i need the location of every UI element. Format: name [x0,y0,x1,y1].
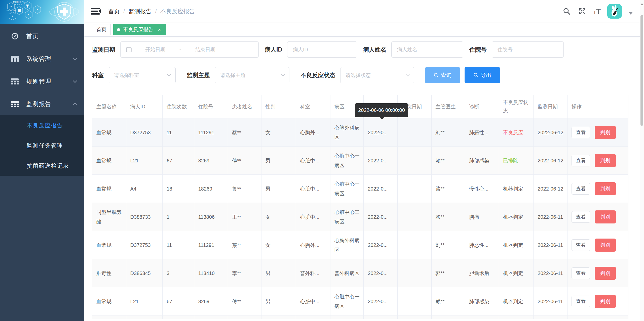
reaction-status-select[interactable]: 请选择状态 [340,67,414,83]
patient-name-group: 病人姓名 [363,41,463,58]
date-range-separator: - [179,47,181,53]
cell-in-date[interactable]: 2022-0... [364,231,398,259]
cell-in-date[interactable]: 2022-0... [364,259,398,287]
cell-doctor: 刘** [431,231,465,259]
topic-select[interactable]: 请选择主题 [215,67,289,83]
table-row: 肝毒性 D386345 3 113410 李** 男 普外科... 普外科病区 … [92,259,628,287]
view-button[interactable]: 查看 [572,155,590,166]
cell-adm: 3269 [194,287,228,315]
view-button[interactable]: 查看 [572,267,590,279]
sidebar-item-monitor-reports[interactable]: 监测报告 [0,93,84,115]
active-dot-icon [117,28,120,31]
judge-button[interactable]: 判别 [595,126,616,139]
view-button[interactable]: 查看 [572,127,590,138]
scrollbar-thumb[interactable] [640,15,643,126]
cell-in-date[interactable]: 2022-0... [364,147,398,175]
judge-button[interactable]: 判别 [595,154,616,167]
judge-button[interactable]: 判别 [595,182,616,195]
export-button[interactable]: 导出 [465,67,500,83]
cell-in-date[interactable]: 2022-0... [364,175,398,203]
cell-name: 傅** [228,287,261,315]
cell-out-date [398,231,432,259]
end-date-input[interactable] [182,47,229,53]
search-icon [434,73,439,78]
search-button[interactable]: 查询 [425,67,460,83]
close-icon[interactable]: × [156,27,162,33]
cell-ward: 心脏中心一病区 [330,147,364,175]
tab-home[interactable]: 首页 [92,24,111,35]
cell-name: 傅** [228,147,261,175]
sidebar-item-system-management[interactable]: 系统管理 [0,48,84,70]
judge-button[interactable]: 判别 [595,267,616,280]
view-button[interactable]: 查看 [572,296,590,307]
cell-diagnosis: 肺恶性... [465,231,499,259]
cell-sex: 女 [261,231,296,259]
admission-no-input[interactable] [497,47,558,53]
cell-actions: 查看 判别 [567,175,628,203]
fullscreen-icon[interactable] [578,7,587,16]
cell-in-date[interactable]: 2022-0... [364,118,398,147]
department-select[interactable]: 请选择科室 [109,67,176,83]
patient-id-input[interactable] [292,47,352,53]
start-date-input[interactable] [132,47,178,53]
cell-actions: 查看 判别 [567,203,628,231]
breadcrumb-monitor-reports[interactable]: 监测报告 [128,8,151,15]
cell-date: 2022-06-11 [534,231,567,259]
avatar[interactable] [607,4,622,19]
scroll-up-icon[interactable] [640,3,643,5]
col-actions: 操作 [567,95,628,118]
search-icon [473,73,478,78]
cell-diagnosis: 肺部感染 [465,147,499,175]
table-row: 血常规 D372753 11 111291 蔡** 女 心胸外... 心胸外科病… [92,231,628,259]
sidebar-item-monitor-task-management[interactable]: 监测任务管理 [0,135,84,156]
logo[interactable]: MEDICAL CARE HEALTH [0,0,84,24]
sidebar-item-rule-management[interactable]: 规则管理 [0,70,84,93]
calendar-icon [126,46,132,53]
table-row: 血常规 L21 67 3269 傅** 男 心脏中... 心脏中心一病区 202… [92,287,628,315]
logo-text-medical-care: MEDICAL CARE [13,1,25,6]
hamburger-icon[interactable] [91,7,101,16]
caret-down-icon[interactable] [628,12,633,15]
view-button[interactable]: 查看 [572,211,590,223]
cell-in-date[interactable]: 2022-0... [364,203,398,231]
judge-button[interactable]: 判别 [595,239,616,252]
grid-icon [11,78,19,85]
sidebar-item-home[interactable]: 首页 [0,25,84,48]
cell-dept: 心脏中... [296,175,330,203]
navbar-actions: TT [562,4,633,19]
cell-ward: 心脏中心二病区 [330,203,364,231]
cell-date: 2022-06-12 [534,147,567,175]
cell-pid: D372753 [126,118,163,147]
patient-name-input[interactable] [397,47,458,53]
cell-actions: 查看 判别 [567,231,628,259]
col-department: 科室 [296,95,330,118]
sidebar-item-adverse-reaction-report[interactable]: 不良反应报告 [0,115,84,135]
cell-date: 2022-06-12 [534,175,567,203]
cell-topic: 肝毒性 [92,259,126,287]
judge-button[interactable]: 判别 [595,210,616,223]
cell-status: 机器判定 [499,259,534,287]
cell-doctor: 刘** [431,118,465,147]
view-button[interactable]: 查看 [572,239,590,251]
font-size-icon[interactable]: TT [593,8,601,15]
tab-adverse-reaction-report[interactable]: 不良反应报告 × [113,24,166,35]
cell-diagnosis: 胆囊术后 [465,259,499,287]
cell-dept: 心胸外... [296,231,330,259]
cell-doctor: 赖** [431,203,465,231]
judge-button[interactable]: 判别 [595,295,616,308]
top-navbar: 首页 / 监测报告 / 不良反应报告 TT [84,0,640,23]
cell-pid: D372753 [126,231,163,259]
tab-label: 首页 [96,26,106,33]
cell-in-date[interactable]: 2022-0... [364,287,398,315]
breadcrumb-home[interactable]: 首页 [108,8,120,15]
sidebar-item-antibiotic-test-records[interactable]: 抗菌药送检记录 [0,156,84,176]
cell-pid: D386345 [126,259,163,287]
search-icon[interactable] [562,7,571,16]
monitor-date-range-picker[interactable]: - [120,41,259,58]
chevron-up-icon [72,102,78,106]
cell-topic: 血常规 [92,175,126,203]
cell-out-date [398,175,432,203]
view-button[interactable]: 查看 [572,183,590,195]
tooltip-arrow-icon [380,117,385,119]
cell-visits: 1 [163,203,194,231]
